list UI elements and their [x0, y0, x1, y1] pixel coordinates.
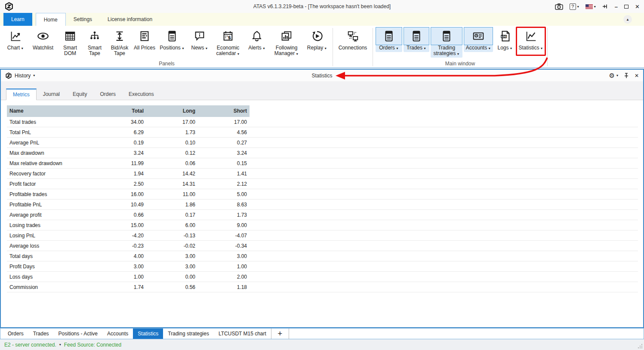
- ribbon-tab-settings[interactable]: Settings: [66, 13, 100, 26]
- column-header-total[interactable]: Total: [95, 105, 146, 117]
- toolbar-button-smart-tape[interactable]: Smart Tape: [83, 27, 106, 57]
- dropdown-caret: ▼: [540, 47, 543, 50]
- history-source-label: History: [15, 73, 31, 79]
- tab-journal[interactable]: Journal: [37, 88, 66, 100]
- dropdown-caret: ▼: [262, 47, 265, 50]
- eye-icon: [29, 27, 57, 45]
- metric-name: Commission: [7, 284, 95, 290]
- metric-value: 1.73: [198, 212, 250, 218]
- add-tab-button[interactable]: +: [271, 329, 289, 339]
- table-row[interactable]: Average profit0.660.171.73: [7, 210, 638, 220]
- collapse-ribbon-button[interactable]: ▲: [623, 15, 632, 24]
- status-bar: E2 - server connected. ▾ Feed Source: Co…: [0, 339, 644, 350]
- tab-equity[interactable]: Equity: [66, 88, 93, 100]
- workspace-tab-orders[interactable]: Orders: [3, 329, 28, 339]
- toolbar-button-bidask-tape[interactable]: Bid/Ask Tape: [108, 27, 132, 57]
- toolbar-button-logs[interactable]: LOG Logs▼: [494, 27, 516, 52]
- workspace-tab-statistics[interactable]: Statistics: [133, 329, 163, 339]
- panel-settings-button[interactable]: ⚙▾: [609, 72, 618, 79]
- toolbar-button-accounts[interactable]: Accounts▼: [464, 27, 493, 52]
- metric-value: 1.00: [198, 264, 250, 270]
- table-row[interactable]: Profitable trades16.0011.005.00: [7, 189, 638, 200]
- help-menu-button[interactable]: ? ▾: [570, 3, 579, 10]
- toolbar-button-trading-strategies[interactable]: Trading strategies▼: [431, 27, 462, 58]
- svg-text:$: $: [228, 35, 231, 40]
- column-header-short[interactable]: Short: [198, 105, 250, 117]
- table-row[interactable]: Loss days1.000.002.00: [7, 272, 638, 282]
- column-header-name[interactable]: Name: [7, 105, 95, 117]
- toolbar-button-smart-dom[interactable]: Smart DOM: [59, 27, 82, 57]
- toolbar-button-replay[interactable]: Replay▼: [304, 27, 330, 52]
- workspace-tab-positions-active[interactable]: Positions - Active: [54, 329, 102, 339]
- toolbar-button-chart[interactable]: Chart▼: [3, 27, 28, 52]
- ribbon-tab-home[interactable]: Home: [36, 13, 66, 26]
- atas-logo-icon: [5, 72, 12, 79]
- metric-value: 0.15: [198, 160, 250, 166]
- resize-grip[interactable]: [638, 344, 643, 349]
- tab-orders[interactable]: Orders: [93, 88, 122, 100]
- table-row[interactable]: Profit factor2.5014.312.12: [7, 179, 638, 189]
- tab-metrics[interactable]: Metrics: [6, 89, 37, 100]
- table-row[interactable]: Losing trades15.006.009.00: [7, 220, 638, 230]
- minimize-button[interactable]: –: [615, 3, 618, 10]
- workspace-tab-trading-strategies[interactable]: Trading strategies: [163, 329, 214, 339]
- toolbar-button-watchlist[interactable]: Watchlist: [29, 27, 57, 52]
- workspace-tab-trades[interactable]: Trades: [28, 329, 54, 339]
- grid-table-icon: [59, 27, 82, 45]
- ribbon-tab-learn[interactable]: Learn: [3, 13, 32, 26]
- table-row[interactable]: Profit Days3.003.001.00: [7, 261, 638, 272]
- toolbar-button-connections[interactable]: Connections: [336, 27, 370, 52]
- history-source-selector[interactable]: History ▾: [5, 72, 35, 79]
- table-row[interactable]: Recovery factor1.9414.421.41: [7, 169, 638, 179]
- screenshot-camera-icon[interactable]: [555, 3, 563, 10]
- metric-name: Average loss: [7, 243, 95, 249]
- table-row[interactable]: Losing PnL-4.20-0.13-4.07: [7, 230, 638, 241]
- chevron-down-icon[interactable]: ▾: [59, 343, 61, 347]
- panel-close-icon[interactable]: ✕: [635, 73, 639, 79]
- table-row[interactable]: Profitable PnL10.491.868.63: [7, 200, 638, 210]
- table-row[interactable]: Average loss-0.23-0.02-0.34: [7, 241, 638, 251]
- dropdown-caret: ▼: [423, 47, 426, 50]
- ribbon-tab-license[interactable]: License information: [100, 13, 160, 26]
- table-row[interactable]: Average PnL0.190.100.27: [7, 138, 638, 148]
- close-button[interactable]: ✕: [635, 3, 640, 10]
- tab-executions[interactable]: Executions: [122, 88, 160, 100]
- metric-value: 1.18: [198, 284, 250, 290]
- toolbar-button-all-prices[interactable]: All Prices: [133, 27, 156, 52]
- toolbar-group-label-panels: Panels: [2, 60, 332, 68]
- table-row[interactable]: Commission1.740.561.18: [7, 282, 638, 292]
- server-connection-status[interactable]: E2 - server connected.: [4, 342, 56, 348]
- toolbar-button-economic-calendar[interactable]: $ Economic calendar▼: [213, 27, 243, 58]
- table-row[interactable]: Total days4.003.003.00: [7, 251, 638, 261]
- window-title: ATAS v6.1.3.219-beta - [The workspace ha…: [0, 3, 644, 9]
- workspace-tab-ltcusdt-m15-chart[interactable]: LTCUSDT M15 chart: [214, 329, 271, 339]
- table-row[interactable]: Total PnL6.291.734.56: [7, 127, 638, 138]
- toolbar-button-alerts[interactable]: Alerts▼: [245, 27, 269, 52]
- replay-icon: [304, 27, 330, 45]
- toolbar-button-statistics[interactable]: Statistics▼: [517, 27, 545, 52]
- panel-pin-icon[interactable]: [624, 73, 629, 79]
- metric-value: 15.00: [95, 222, 146, 228]
- toolbar-button-news[interactable]: News▼: [188, 27, 211, 52]
- metrics-tab-content: Name Total Long Short Total trades34.001…: [1, 100, 643, 327]
- workspace-tab-accounts[interactable]: Accounts: [102, 329, 133, 339]
- atas-logo-icon: [4, 2, 14, 11]
- metric-value: 17.00: [146, 119, 198, 125]
- toolbar-button-orders[interactable]: Orders▼: [376, 27, 402, 52]
- dropdown-caret: ▼: [21, 47, 24, 50]
- toolbar-button-trades[interactable]: Trades▼: [404, 27, 429, 52]
- hierarchy-icon: [83, 27, 106, 45]
- table-row[interactable]: Max relative drawdown11.990.060.15: [7, 158, 638, 169]
- maximize-button[interactable]: [624, 5, 629, 9]
- table-row[interactable]: Total trades34.0017.0017.00: [7, 117, 638, 127]
- toolbar-group-connections: Connections: [334, 27, 372, 68]
- metric-value: 0.27: [198, 140, 250, 146]
- language-selector[interactable]: ▾: [585, 4, 596, 9]
- pin-window-icon[interactable]: [602, 4, 608, 9]
- column-header-long[interactable]: Long: [146, 105, 198, 117]
- table-row[interactable]: Max drawdown3.240.123.24: [7, 148, 638, 158]
- metric-value: 2.00: [198, 274, 250, 280]
- toolbar-button-positions[interactable]: Positions▼: [157, 27, 187, 52]
- dropdown-caret: ▼: [510, 47, 513, 50]
- toolbar-button-following-manager[interactable]: Following Manager▼: [270, 27, 303, 58]
